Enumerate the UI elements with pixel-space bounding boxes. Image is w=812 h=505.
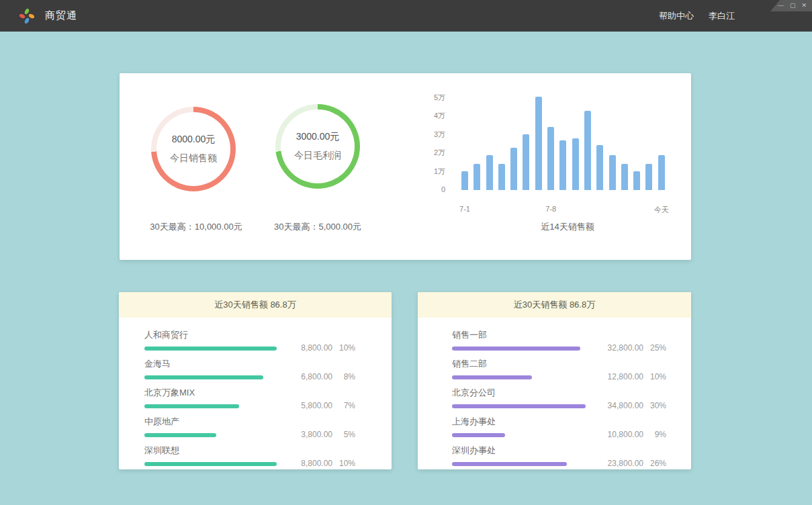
today-sales-30d-max: 30天最高：10,000.00元 — [126, 221, 267, 233]
ranking-row-label: 销售二部 — [452, 358, 666, 370]
ranking-row: 深圳联想8,800.0010% — [144, 445, 355, 466]
ranking-row-percent: 10% — [332, 343, 355, 353]
maximize-button[interactable]: ▢ — [790, 3, 796, 9]
minimize-button[interactable]: — — [778, 3, 784, 9]
y-tick-0: 0 — [441, 185, 445, 194]
today-profit-value: 3000.00元 — [296, 131, 340, 143]
ranking-row-amount: 8,800.00 — [301, 459, 332, 468]
ranking-row-label: 中原地产 — [144, 416, 355, 428]
help-center-link[interactable]: 帮助中心 — [659, 10, 694, 22]
ranking-row-bar — [144, 404, 239, 408]
ranking-row-amount: 5,800.00 — [301, 401, 332, 410]
username-menu[interactable]: 李白江 — [709, 10, 735, 22]
sales-bar-plot — [461, 93, 666, 190]
ranking-row-percent: 30% — [643, 401, 666, 410]
sales-bar-12 — [609, 155, 616, 190]
ranking-row: 金海马6,800.008% — [144, 358, 355, 379]
ranking-row-amount: 6,800.00 — [301, 372, 332, 381]
ranking-row-values: 3,800.005% — [301, 430, 355, 439]
ranking-row-label: 深圳办事处 — [452, 445, 666, 457]
today-sales-donut: 8000.00元 今日销售额 — [151, 107, 236, 191]
ranking-row-bar — [452, 404, 586, 408]
sales-bar-3 — [498, 164, 505, 190]
ranking-row-bar — [144, 375, 263, 379]
sales-bar-0 — [461, 171, 468, 190]
sales-bar-16 — [658, 155, 665, 190]
ranking-row-amount: 12,800.00 — [608, 372, 643, 381]
ranking-row: 深圳办事处23,800.0026% — [452, 445, 666, 466]
ranking-row-values: 32,800.0025% — [608, 343, 666, 353]
ranking-row-label: 北京分公司 — [452, 387, 666, 399]
ranking-row-label: 人和商贸行 — [144, 329, 355, 341]
ranking-row-bar — [452, 347, 580, 351]
sales-bar-15 — [645, 164, 652, 190]
sales-bar-6 — [535, 97, 542, 190]
ranking-row-values: 23,800.0026% — [608, 459, 666, 468]
window-controls: — ▢ ✕ — [770, 0, 812, 11]
today-sales-label: 今日销售额 — [170, 152, 217, 165]
sales-bar-5 — [523, 134, 529, 190]
ranking-row: 销售一部32,800.0025% — [452, 329, 666, 351]
ranking-row-label: 销售一部 — [452, 329, 666, 341]
sales-bar-1 — [473, 164, 480, 190]
close-button[interactable]: ✕ — [801, 3, 807, 9]
ranking-row-bar — [452, 433, 505, 437]
sales-chart-y-axis: 01万2万3万4万5万 — [420, 73, 445, 201]
ranking-row-label: 深圳联想 — [144, 445, 355, 457]
department-ranking-card: 近30天销售额 86.8万 销售一部32,800.0025%销售二部12,800… — [418, 292, 691, 469]
sales-bar-4 — [510, 148, 517, 190]
ranking-row-percent: 7% — [332, 401, 355, 410]
title-bar: 商贸通 帮助中心 李白江 — ▢ ✕ — [0, 0, 812, 32]
ranking-row-amount: 32,800.00 — [608, 343, 643, 353]
ranking-row: 北京万象MIX5,800.007% — [144, 387, 355, 408]
sales-bar-8 — [559, 140, 566, 190]
sales-bar-2 — [486, 155, 493, 190]
today-profit-30d-max: 30天最高：5,000.00元 — [247, 221, 388, 233]
sales-bar-7 — [547, 127, 554, 190]
ranking-row-percent: 10% — [643, 372, 666, 381]
ranking-row-amount: 23,800.00 — [608, 459, 643, 468]
ranking-row-bar — [144, 462, 277, 466]
ranking-row: 北京分公司34,800.0030% — [452, 387, 666, 408]
ranking-row-bar — [144, 347, 277, 351]
y-tick-4万: 4万 — [434, 111, 445, 120]
ranking-row-bar — [452, 375, 532, 379]
ranking-row: 中原地产3,800.005% — [144, 416, 355, 437]
sales-bar-9 — [572, 138, 579, 190]
department-ranking-title: 近30天销售额 86.8万 — [418, 292, 691, 318]
ranking-row-values: 8,800.0010% — [301, 343, 355, 353]
y-tick-2万: 2万 — [434, 148, 445, 157]
today-profit-label: 今日毛利润 — [294, 150, 341, 162]
sales-bar-10 — [584, 111, 591, 190]
customer-ranking-list: 人和商贸行8,800.0010%金海马6,800.008%北京万象MIX5,80… — [119, 318, 392, 466]
ranking-row-percent: 9% — [643, 430, 666, 439]
ranking-row-values: 5,800.007% — [301, 401, 355, 410]
today-profit-donut: 3000.00元 今日毛利润 — [275, 104, 360, 189]
app-title: 商贸通 — [45, 9, 77, 22]
sales-bar-14 — [633, 171, 640, 190]
topbar-nav: 帮助中心 李白江 — [659, 0, 735, 32]
department-ranking-list: 销售一部32,800.0025%销售二部12,800.0010%北京分公司34,… — [418, 318, 691, 466]
ranking-row-percent: 26% — [643, 459, 666, 468]
ranking-row-values: 34,800.0030% — [608, 401, 666, 410]
today-sales-value: 8000.00元 — [172, 134, 216, 146]
ranking-row-percent: 10% — [332, 459, 355, 468]
sales-bar-11 — [596, 145, 603, 190]
ranking-row-amount: 10,800.00 — [608, 430, 643, 439]
sales-chart-title: 近14天销售额 — [500, 221, 635, 233]
ranking-row-values: 10,800.009% — [608, 430, 666, 439]
ranking-row-values: 6,800.008% — [301, 372, 355, 381]
customer-ranking-title: 近30天销售额 86.8万 — [119, 292, 392, 318]
ranking-row-bar — [452, 462, 567, 466]
ranking-row-amount: 8,800.00 — [301, 343, 332, 353]
ranking-row-bar — [144, 433, 216, 437]
ranking-row-label: 上海办事处 — [452, 416, 666, 428]
x-tick-7-8: 7-8 — [545, 205, 556, 213]
ranking-row-percent: 5% — [332, 430, 355, 439]
x-tick-7-1: 7-1 — [459, 205, 470, 213]
ranking-row: 销售二部12,800.0010% — [452, 358, 666, 379]
ranking-row-values: 12,800.0010% — [608, 372, 666, 381]
ranking-row: 上海办事处10,800.009% — [452, 416, 666, 437]
sales-bar-13 — [621, 164, 628, 190]
x-tick-今天: 今天 — [654, 205, 669, 215]
